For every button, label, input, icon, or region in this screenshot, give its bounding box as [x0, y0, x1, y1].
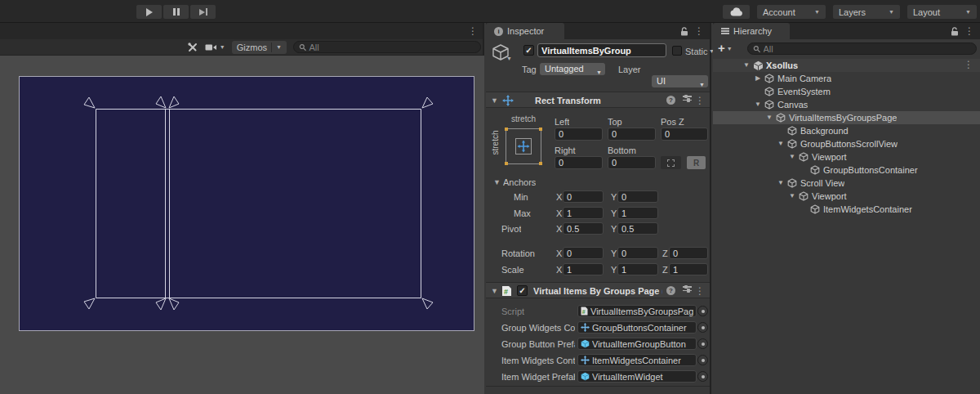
- game-render-area[interactable]: [0, 56, 484, 394]
- account-dropdown[interactable]: Account▼: [757, 5, 826, 19]
- top-field[interactable]: 0: [608, 128, 656, 141]
- hierarchy-tree-row[interactable]: GroupButtonsContainer ⋮: [713, 163, 980, 177]
- help-icon[interactable]: ?: [666, 286, 675, 295]
- camera-dropdown[interactable]: ▼: [205, 43, 225, 51]
- pivot-y-field[interactable]: 0.5: [617, 222, 658, 235]
- active-checkbox[interactable]: ✓: [523, 45, 534, 56]
- presets-icon[interactable]: [683, 286, 692, 291]
- hierarchy-tab-label: Hierarchy: [733, 26, 772, 36]
- help-icon[interactable]: ?: [666, 96, 675, 105]
- anchor-min-y-field[interactable]: 0: [617, 190, 658, 203]
- game-search[interactable]: [293, 41, 481, 53]
- tools-icon[interactable]: [187, 42, 198, 53]
- hierarchy-tree-row[interactable]: ▼ Viewport ⋮: [713, 190, 980, 203]
- main-toolbar: Account▼ Layers▼ Layout▼: [0, 0, 980, 23]
- hierarchy-tree-row[interactable]: ItemWidgetsContainer ⋮: [713, 203, 980, 216]
- kebab-menu-icon[interactable]: ⋮: [694, 26, 704, 36]
- object-picker-icon[interactable]: [697, 338, 708, 349]
- hierarchy-tree-row[interactable]: ▼ VirtualItemsByGroupsPage ⋮: [713, 111, 980, 124]
- bottom-field[interactable]: 0: [608, 156, 656, 169]
- hierarchy-tree-row[interactable]: EventSystem ⋮: [713, 85, 980, 98]
- foldout-arrow-icon[interactable]: ▼: [752, 98, 764, 111]
- cloud-services-button[interactable]: [723, 5, 750, 19]
- foldout-arrow-icon[interactable]: ▼: [775, 137, 786, 150]
- hierarchy-search-input[interactable]: [764, 44, 971, 54]
- component-enabled-checkbox[interactable]: ✓: [517, 285, 528, 296]
- object-reference-field[interactable]: # GroupButtonsContainer: [577, 321, 697, 334]
- anchor-min-x-field[interactable]: 0: [563, 190, 604, 203]
- foldout-arrow-icon[interactable]: ▼: [786, 190, 798, 203]
- script-component-header[interactable]: ▼ # ✓ Virtual Items By Groups Page (Scri…: [486, 282, 710, 298]
- tag-dropdown[interactable]: Untagged▼: [540, 63, 605, 75]
- hierarchy-tree-row[interactable]: ▼ Xsollus ⋮: [713, 59, 980, 72]
- pivot-x-field[interactable]: 0.5: [563, 222, 604, 235]
- foldout-arrow-icon[interactable]: ▼: [741, 59, 752, 72]
- rotation-x-field[interactable]: 0: [563, 247, 604, 259]
- foldout-arrow-icon[interactable]: ▼: [764, 111, 775, 124]
- foldout-arrow-icon[interactable]: ▼: [786, 150, 798, 163]
- object-picker-icon[interactable]: [697, 371, 708, 382]
- hierarchy-tree-row[interactable]: ▼ GroupButtonsScrollView ⋮: [713, 137, 980, 150]
- inspector-tabbar: i Inspector ⋮: [486, 23, 710, 39]
- left-field[interactable]: 0: [555, 128, 603, 141]
- hierarchy-tree-row[interactable]: Background ⋮: [713, 124, 980, 137]
- kebab-menu-icon[interactable]: ⋮: [468, 26, 478, 36]
- prefab-icon: [581, 372, 590, 381]
- object-picker-icon[interactable]: [697, 355, 708, 365]
- presets-icon[interactable]: [683, 96, 692, 101]
- gizmos-dropdown[interactable]: Gizmos ▼: [232, 41, 287, 54]
- foldout-arrow-icon[interactable]: ▼: [491, 287, 498, 295]
- scale-z-field[interactable]: 1: [669, 263, 708, 275]
- create-dropdown[interactable]: + ▼: [718, 43, 733, 54]
- foldout-arrow-icon[interactable]: ▼: [491, 96, 498, 105]
- game-view-tabbar: ⋮: [0, 23, 483, 39]
- gameobject-cube-icon: [798, 191, 809, 201]
- hierarchy-search[interactable]: [747, 43, 977, 55]
- step-button[interactable]: [190, 5, 216, 19]
- object-reference-field[interactable]: # ItemWidgetsContainer: [577, 354, 697, 366]
- layers-dropdown[interactable]: Layers▼: [833, 5, 900, 19]
- rotation-y-field[interactable]: 0: [617, 247, 658, 259]
- scale-y-field[interactable]: 1: [617, 263, 658, 275]
- object-picker-icon[interactable]: [697, 322, 708, 333]
- anchor-max-y-field[interactable]: 1: [617, 207, 658, 219]
- game-search-input[interactable]: [309, 43, 475, 52]
- kebab-menu-icon[interactable]: ⋮: [695, 286, 705, 296]
- hierarchy-tree-row[interactable]: ▶ Main Camera ⋮: [713, 72, 980, 85]
- pause-button[interactable]: [163, 5, 189, 19]
- blueprint-mode-button[interactable]: [661, 156, 681, 169]
- layer-dropdown[interactable]: UI▼: [652, 75, 708, 87]
- anchor-max-x-field[interactable]: 1: [563, 207, 604, 219]
- object-reference-field[interactable]: # VirtualItemWidget: [577, 370, 697, 383]
- hierarchy-tree-row[interactable]: ▼ Viewport ⋮: [713, 150, 980, 163]
- scale-x-field[interactable]: 1: [563, 263, 604, 275]
- kebab-menu-icon[interactable]: ⋮: [695, 96, 705, 105]
- anchor-preset-widget[interactable]: [506, 128, 541, 164]
- gameobject-name-field[interactable]: [537, 43, 666, 57]
- foldout-arrow-icon[interactable]: ▼: [775, 177, 786, 190]
- object-picker-icon[interactable]: [697, 306, 708, 316]
- object-reference-field[interactable]: # VirtualItemGroupButton: [577, 338, 697, 350]
- gameobject-icon-caret[interactable]: ▼: [506, 56, 512, 61]
- right-field[interactable]: 0: [555, 156, 603, 169]
- layout-dropdown[interactable]: Layout▼: [907, 5, 977, 19]
- hierarchy-tree-row[interactable]: ▼ Canvas ⋮: [713, 98, 980, 111]
- raw-edit-button[interactable]: R: [687, 156, 706, 169]
- rotation-z-field[interactable]: 0: [669, 247, 708, 259]
- hierarchy-tree-row[interactable]: ▼ Scroll View ⋮: [713, 177, 980, 190]
- lock-icon[interactable]: [680, 27, 688, 36]
- static-checkbox[interactable]: [672, 46, 682, 56]
- play-button[interactable]: [136, 5, 162, 19]
- property-value: ItemWidgetsContainer: [592, 356, 681, 365]
- x-axis-label: X: [556, 248, 562, 258]
- foldout-arrow-icon[interactable]: ▼: [493, 178, 501, 186]
- rect-transform-header[interactable]: ▼ Rect Transform ? ⋮: [486, 92, 710, 108]
- lock-icon[interactable]: [951, 27, 959, 36]
- kebab-menu-icon[interactable]: ⋮: [964, 60, 973, 69]
- tab-hierarchy[interactable]: Hierarchy: [713, 23, 790, 39]
- tab-inspector[interactable]: i Inspector: [486, 23, 564, 39]
- kebab-menu-icon[interactable]: ⋮: [964, 26, 974, 36]
- object-reference-field[interactable]: # VirtualItemsByGroupsPage: [577, 305, 697, 317]
- posz-field[interactable]: 0: [661, 128, 708, 141]
- foldout-arrow-icon[interactable]: ▶: [752, 72, 764, 85]
